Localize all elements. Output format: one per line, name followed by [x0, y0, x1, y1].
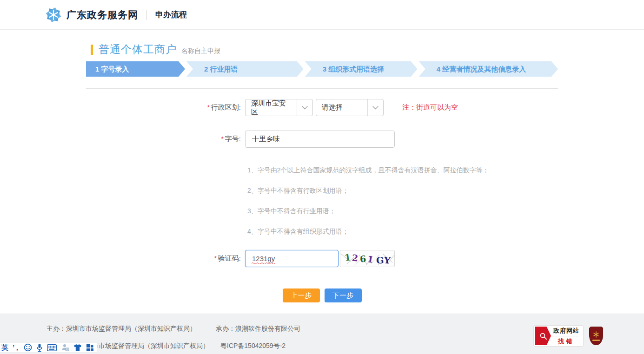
- footer-badges: 政府网站 找错: [533, 325, 603, 347]
- chevron-down-icon: [368, 106, 383, 110]
- ime-punctuation-icon[interactable]: ’，: [13, 343, 20, 352]
- brand-title: 广东政务服务网: [66, 8, 138, 21]
- step-tab-4[interactable]: 4 经营者情况及其他信息录入: [419, 61, 558, 77]
- form-actions: 上一步 下一步: [86, 288, 558, 302]
- ime-mic-icon[interactable]: [36, 343, 43, 352]
- page-title-row: 普通个体工商户 名称自主申报: [86, 42, 558, 57]
- footer-icp[interactable]: 粤ICP备15042059号-2: [220, 342, 285, 349]
- page-subtitle: 名称自主申报: [181, 47, 220, 55]
- header-divider: [146, 10, 147, 20]
- main-content: 普通个体工商户 名称自主申报 1 字号录入 2 行业用语 3 组织形式用语选择 …: [86, 42, 558, 302]
- street-select[interactable]: 请选择: [316, 99, 384, 116]
- ime-keyboard-icon[interactable]: [47, 344, 57, 351]
- next-step-button[interactable]: 下一步: [325, 288, 362, 302]
- street-note: 注：街道可以为空: [402, 103, 458, 112]
- page-title: 普通个体工商户: [99, 42, 177, 57]
- city-select-value: 深圳市宝安区: [246, 99, 297, 117]
- captcha-char: Y: [384, 255, 391, 265]
- section-divider: [86, 88, 558, 89]
- ime-emoji-icon[interactable]: [24, 343, 32, 352]
- prev-step-button[interactable]: 上一步: [283, 288, 320, 302]
- ime-toolbox-icon[interactable]: [86, 344, 94, 352]
- step-tab-1[interactable]: 1 字号录入: [86, 61, 185, 77]
- rule-item: 4、字号中不得含有组织形式用语；: [247, 225, 558, 238]
- required-mark: *: [221, 135, 223, 143]
- shop-name-row: *字号:: [86, 131, 558, 148]
- ime-toolbar: 英 ’，: [0, 342, 97, 353]
- captcha-char: G: [376, 255, 384, 265]
- brand-logo-icon: [45, 7, 62, 23]
- captcha-char: 1: [344, 252, 351, 263]
- captcha-input[interactable]: [245, 250, 339, 267]
- step-tab-2[interactable]: 2 行业用语: [186, 61, 304, 77]
- ime-handwriting-icon[interactable]: [61, 343, 69, 352]
- badge-caption-bar: [592, 340, 600, 341]
- rule-item: 3、字号中不得含有行业用语；: [247, 204, 558, 217]
- find-error-line2: 找错: [553, 336, 579, 346]
- district-label-text: 行政区划:: [211, 103, 241, 111]
- captcha-input-wrap: [245, 250, 339, 267]
- footer-undertaker: 承办：浪潮软件股份有限公司: [216, 325, 300, 332]
- required-mark: *: [207, 104, 209, 111]
- shop-name-input[interactable]: [245, 131, 395, 148]
- ime-skin-icon[interactable]: [73, 344, 82, 352]
- rule-item: 2、字号中不得含有行政区划用语；: [247, 184, 558, 197]
- shop-name-label-text: 字号:: [225, 135, 241, 143]
- captcha-image[interactable]: 1 2 6 1 G Y: [340, 250, 395, 267]
- chevron-down-icon: [297, 106, 312, 110]
- step-tab-3[interactable]: 3 组织形式用语选择: [305, 61, 418, 77]
- captcha-row: *验证码:: [86, 250, 558, 267]
- footer-host: 主办：深圳市市场监督管理局（深圳市知识产权局）: [46, 325, 196, 332]
- ime-mode-icon[interactable]: 英: [1, 343, 8, 352]
- naming-rules: 1、字号由2个以上符合国家规范的汉字组成，且不得含有汉语拼音、阿拉伯数字等； 2…: [247, 164, 558, 238]
- app-header: 广东政务服务网 申办流程: [0, 0, 644, 30]
- street-select-value: 请选择: [316, 103, 367, 112]
- required-mark: *: [214, 255, 216, 262]
- spellcheck-wavy-underline: [252, 262, 275, 264]
- magnifier-flag-icon: [535, 327, 551, 345]
- security-credit-badge-icon[interactable]: [589, 327, 603, 345]
- captcha-char: 6: [359, 253, 366, 264]
- find-error-text: 政府网站 找错: [553, 327, 579, 346]
- find-error-badge[interactable]: 政府网站 找错: [533, 325, 584, 347]
- district-label: *行政区划:: [86, 103, 245, 112]
- shop-name-label: *字号:: [86, 135, 245, 144]
- registration-form: *行政区划: 深圳市宝安区 请选择 注：街道可以为空 *字号:: [86, 99, 558, 302]
- captcha-char: 2: [352, 252, 359, 263]
- title-accent-bar: [91, 45, 93, 55]
- captcha-label: *验证码:: [86, 254, 245, 263]
- city-select[interactable]: 深圳市宝安区: [245, 99, 313, 116]
- rule-item: 1、字号由2个以上符合国家规范的汉字组成，且不得含有汉语拼音、阿拉伯数字等；: [247, 164, 558, 177]
- find-error-line1: 政府网站: [553, 327, 579, 335]
- captcha-label-text: 验证码:: [218, 254, 241, 262]
- step-tabs: 1 字号录入 2 行业用语 3 组织形式用语选择 4 经营者情况及其他信息录入: [86, 61, 558, 77]
- district-row: *行政区划: 深圳市宝安区 请选择 注：街道可以为空: [86, 99, 558, 116]
- nav-title[interactable]: 申办流程: [155, 9, 187, 20]
